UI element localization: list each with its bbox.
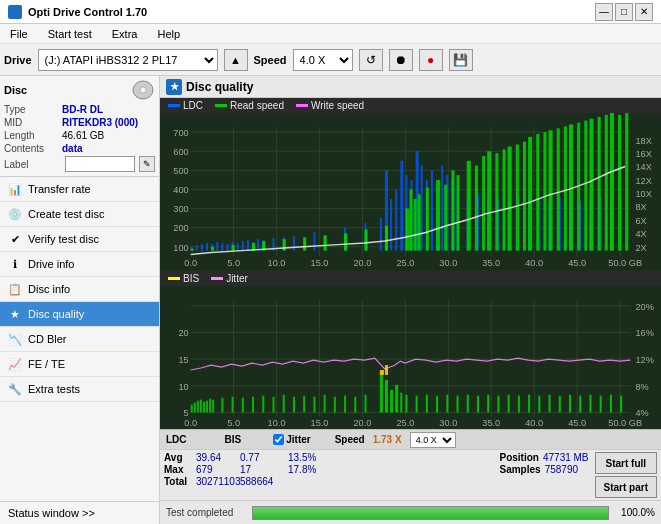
svg-rect-80 — [441, 166, 443, 251]
menu-extra[interactable]: Extra — [106, 27, 144, 41]
svg-rect-143 — [625, 113, 628, 251]
progress-bar-outer — [252, 506, 609, 520]
titlebar-left: Opti Drive Control 1.70 — [8, 5, 147, 19]
maximize-button[interactable]: □ — [615, 3, 633, 21]
menu-help[interactable]: Help — [151, 27, 186, 41]
sidebar-item-verify-test-disc[interactable]: ✔ Verify test disc — [0, 227, 159, 252]
svg-rect-222 — [549, 394, 551, 412]
svg-rect-231 — [385, 365, 388, 375]
drive-label: Drive — [4, 54, 32, 66]
svg-rect-116 — [436, 180, 440, 251]
total-bis-val: 588664 — [240, 476, 276, 487]
svg-text:0.0: 0.0 — [184, 258, 197, 268]
label-input[interactable] — [65, 156, 135, 172]
svg-text:400: 400 — [173, 186, 188, 196]
menu-file[interactable]: File — [4, 27, 34, 41]
verify-test-disc-label: Verify test disc — [28, 233, 99, 245]
disc-label-row: Label ✎ — [4, 156, 155, 172]
record-button[interactable]: ⏺ — [389, 49, 413, 71]
transfer-rate-icon: 📊 — [8, 182, 22, 196]
disc-quality-icon: ★ — [8, 307, 22, 321]
sidebar-item-transfer-rate[interactable]: 📊 Transfer rate — [0, 177, 159, 202]
svg-rect-219 — [518, 395, 520, 412]
svg-rect-129 — [528, 137, 532, 251]
svg-text:14X: 14X — [635, 163, 651, 173]
svg-text:35.0: 35.0 — [482, 418, 500, 428]
contents-label: Contents — [4, 143, 62, 154]
disc-contents-row: Contents data — [4, 143, 155, 154]
svg-rect-203 — [380, 375, 383, 413]
disc-icon — [131, 80, 155, 100]
svg-rect-139 — [598, 117, 601, 251]
svg-text:700: 700 — [173, 128, 188, 138]
svg-rect-193 — [272, 396, 274, 412]
svg-rect-124 — [495, 153, 498, 250]
sidebar-item-drive-info[interactable]: ℹ Drive info — [0, 252, 159, 277]
sidebar-item-extra-tests[interactable]: 🔧 Extra tests — [0, 377, 159, 402]
minimize-button[interactable]: — — [595, 3, 613, 21]
status-window-button[interactable]: Status window >> — [0, 501, 159, 524]
jitter-checkbox[interactable] — [273, 434, 284, 445]
top-legend: LDC Read speed Write speed — [160, 98, 661, 113]
speed-stat-select[interactable]: 4.0 X — [410, 432, 456, 448]
refresh-button[interactable]: ↺ — [359, 49, 383, 71]
menu-start-test[interactable]: Start test — [42, 27, 98, 41]
svg-text:45.0: 45.0 — [568, 258, 586, 268]
svg-rect-52 — [216, 242, 218, 251]
extra-tests-icon: 🔧 — [8, 382, 22, 396]
drive-select[interactable]: (J:) ATAPI iHBS312 2 PL17 — [38, 49, 218, 71]
svg-rect-187 — [212, 399, 214, 412]
sidebar-item-fe-te[interactable]: 📈 FE / TE — [0, 352, 159, 377]
svg-rect-229 — [620, 395, 622, 412]
titlebar: Opti Drive Control 1.70 — □ ✕ — [0, 0, 661, 24]
svg-text:8%: 8% — [635, 382, 648, 392]
save-button[interactable]: 💾 — [449, 49, 473, 71]
svg-rect-183 — [200, 399, 202, 412]
legend-bis: BIS — [168, 273, 199, 284]
samples-row: Samples 758790 — [500, 464, 589, 475]
ldc-legend-color — [168, 104, 180, 107]
start-part-button[interactable]: Start part — [595, 476, 657, 498]
label-edit-button[interactable]: ✎ — [139, 156, 155, 172]
length-value: 46.61 GB — [62, 130, 104, 141]
svg-rect-53 — [221, 243, 223, 251]
svg-rect-182 — [197, 400, 199, 412]
svg-rect-113 — [414, 199, 417, 251]
svg-text:0.0: 0.0 — [184, 418, 197, 428]
sidebar-item-cd-bler[interactable]: 📉 CD Bler — [0, 327, 159, 352]
max-jitter-val: 17.8% — [288, 464, 316, 475]
legend-write-speed: Write speed — [296, 100, 364, 111]
legend-jitter: Jitter — [211, 273, 248, 284]
speed-select[interactable]: 4.0 X — [293, 49, 353, 71]
start-full-button[interactable]: Start full — [595, 452, 657, 474]
close-button[interactable]: ✕ — [635, 3, 653, 21]
svg-rect-71 — [395, 189, 397, 250]
app-icon — [8, 5, 22, 19]
cd-bler-label: CD Bler — [28, 333, 67, 345]
sidebar-item-disc-info[interactable]: 📋 Disc info — [0, 277, 159, 302]
svg-text:2X: 2X — [635, 243, 646, 253]
svg-rect-68 — [380, 218, 382, 250]
svg-rect-128 — [523, 142, 526, 251]
svg-rect-76 — [421, 166, 423, 251]
mid-value: RITEKDR3 (000) — [62, 117, 138, 128]
bis-legend-label: BIS — [183, 273, 199, 284]
burn-button[interactable]: ● — [419, 49, 443, 71]
avg-jitter-val: 13.5% — [288, 452, 316, 463]
svg-rect-126 — [508, 146, 512, 250]
svg-rect-210 — [426, 394, 428, 412]
svg-text:20.0: 20.0 — [353, 418, 371, 428]
sidebar-item-create-test-disc[interactable]: 💿 Create test disc — [0, 202, 159, 227]
svg-text:5: 5 — [183, 408, 188, 418]
svg-rect-118 — [451, 170, 454, 250]
svg-rect-142 — [618, 115, 621, 251]
sidebar-item-disc-quality[interactable]: ★ Disc quality — [0, 302, 159, 327]
svg-rect-120 — [467, 161, 471, 251]
svg-text:40.0: 40.0 — [525, 418, 543, 428]
titlebar-controls[interactable]: — □ ✕ — [595, 3, 653, 21]
svg-rect-195 — [293, 396, 295, 412]
stats-legend-row: LDC BIS Jitter Speed 1.73 X 4.0 X — [160, 429, 661, 449]
svg-rect-115 — [426, 188, 429, 251]
jitter-col-header: Jitter — [286, 434, 310, 445]
eject-button[interactable]: ▲ — [224, 49, 248, 71]
